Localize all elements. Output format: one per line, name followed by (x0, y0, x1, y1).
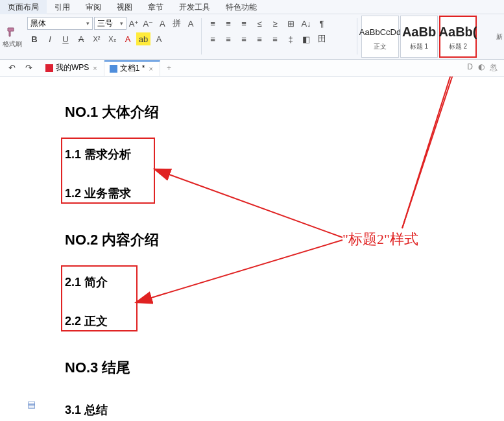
font-name-value: 黑体 (30, 18, 46, 29)
sort-button[interactable]: A↓ (299, 17, 313, 30)
style-label: 标题 1 (410, 42, 428, 51)
decrease-font-button[interactable]: A⁻ (141, 17, 154, 30)
underline-button[interactable]: U (58, 32, 73, 45)
page: NO.1 大体介绍1.1 需求分析1.2 业务需求NO.2 内容介绍2.1 简介… (0, 77, 504, 421)
bold-button[interactable]: B (27, 32, 42, 45)
font-name-combo[interactable]: 黑体 ▾ (27, 17, 93, 30)
menu-page-layout[interactable]: 页面布局 (0, 0, 47, 14)
tab-label: 我的WPS (56, 62, 89, 73)
menu-chapter[interactable]: 章节 (140, 0, 171, 14)
styles-gallery: AaBbCcDd 正文 AaBb 标题 1 AaBb( 标题 2 (359, 14, 495, 59)
doc-line-3[interactable]: NO.2 内容介绍 (65, 230, 159, 250)
font-size-combo[interactable]: 三号 ▾ (94, 17, 126, 30)
separator (357, 18, 357, 54)
svg-line-3 (402, 77, 459, 228)
menu-references[interactable]: 引用 (47, 0, 78, 14)
decrease-indent-button[interactable]: ≤ (252, 17, 267, 30)
style-sample: AaBb( (439, 23, 477, 42)
font-size-value: 三号 (97, 18, 113, 29)
style-label: 标题 2 (449, 42, 467, 51)
tail-bulb-icon[interactable]: ◐ (478, 62, 485, 73)
svg-line-2 (149, 240, 342, 298)
format-painter-icon (5, 25, 19, 40)
doc-line-0[interactable]: NO.1 大体介绍 (65, 102, 159, 122)
annotation-box-1 (61, 265, 138, 331)
annotation-box-0 (61, 138, 155, 204)
format-painter-label: 格式刷 (3, 40, 22, 49)
justify-button[interactable]: ≡ (252, 32, 267, 45)
annotation-text: "标题2"样式 (342, 230, 418, 249)
shading-button[interactable]: ◧ (299, 32, 313, 45)
increase-indent-button[interactable]: ≥ (268, 17, 282, 30)
distribute-button[interactable]: ≡ (268, 32, 282, 45)
style-sample: AaBb (402, 23, 436, 42)
document-tabstrip: ↶ ↷ 我的WPS × 文档1 * × + D ◐ 忽 (0, 60, 504, 77)
char-shading-button[interactable]: A (152, 32, 166, 45)
style-sample: AaBbCcDd (359, 23, 401, 42)
font-group: 黑体 ▾ 三号 ▾ A⁺ A⁻ A 拼 A B I U A X² X₂ A ab… (25, 14, 200, 59)
wps-icon (45, 64, 53, 72)
format-painter-group[interactable]: 格式刷 (0, 14, 25, 59)
line-spacing-button[interactable]: ‡ (283, 32, 298, 45)
char-border-button[interactable]: A (184, 17, 197, 30)
align-left-button[interactable]: ≡ (206, 32, 220, 45)
superscript-button[interactable]: X² (90, 32, 104, 45)
menu-special[interactable]: 特色功能 (218, 0, 265, 14)
tab-label: 文档1 * (120, 63, 145, 74)
highlight-button[interactable]: ab (136, 32, 150, 45)
style-heading2[interactable]: AaBb( 标题 2 (439, 16, 477, 58)
increase-font-button[interactable]: A⁺ (128, 17, 141, 30)
doc-line-6[interactable]: NO.3 结尾 (65, 358, 130, 378)
strikethrough-button[interactable]: A (74, 32, 88, 45)
svg-line-0 (402, 77, 462, 228)
ribbon: 格式刷 黑体 ▾ 三号 ▾ A⁺ A⁻ A 拼 A B I U A X² X₂ … (0, 14, 504, 60)
align-right-button[interactable]: ≡ (237, 32, 251, 45)
italic-button[interactable]: I (43, 32, 57, 45)
undo-button[interactable]: ↶ (5, 62, 18, 75)
phonetic-guide-button[interactable]: 拼 (170, 17, 183, 30)
paragraph-group: ≡ ≡ ≡ ≤ ≥ ⊞ A↓ ¶ ≡ ≡ ≡ ≡ ≡ ‡ ◧ 田 (203, 14, 355, 59)
font-color-button[interactable]: A (121, 32, 135, 45)
new-tab-button[interactable]: + (160, 64, 178, 73)
redo-button[interactable]: ↷ (22, 62, 35, 75)
clear-format-button[interactable]: A (156, 17, 169, 30)
tab-document1[interactable]: 文档1 * × (104, 60, 160, 76)
tail-d-button[interactable]: D (467, 62, 473, 73)
doc-line-7[interactable]: 3.1 总结 (65, 402, 108, 418)
borders-button[interactable]: 田 (315, 32, 329, 45)
menu-bar: 页面布局 引用 审阅 视图 章节 开发工具 特色功能 (0, 0, 504, 14)
style-normal[interactable]: AaBbCcDd 正文 (361, 16, 399, 58)
separator (201, 18, 202, 54)
tabs-button[interactable]: ⊞ (283, 17, 298, 30)
side-page-icon[interactable]: ▤ (27, 399, 38, 409)
menu-review[interactable]: 审阅 (78, 0, 109, 14)
chevron-down-icon: ▾ (86, 20, 90, 27)
close-icon[interactable]: × (91, 64, 98, 72)
styles-more[interactable]: 新 (495, 14, 504, 59)
numbering-button[interactable]: ≡ (221, 17, 235, 30)
bullets-button[interactable]: ≡ (206, 17, 220, 30)
style-label: 正文 (374, 42, 387, 51)
chevron-down-icon: ▾ (120, 20, 123, 27)
subscript-button[interactable]: X₂ (105, 32, 119, 45)
multilevel-list-button[interactable]: ≡ (237, 17, 251, 30)
align-center-button[interactable]: ≡ (221, 32, 235, 45)
svg-line-1 (167, 174, 342, 237)
show-marks-button[interactable]: ¶ (315, 17, 329, 30)
style-heading1[interactable]: AaBb 标题 1 (400, 16, 438, 58)
close-icon[interactable]: × (147, 65, 154, 73)
doc-icon (110, 65, 117, 73)
menu-dev-tools[interactable]: 开发工具 (171, 0, 218, 14)
tail-suggest-button[interactable]: 忽 (490, 62, 498, 73)
menu-view[interactable]: 视图 (109, 0, 140, 14)
document-canvas[interactable]: NO.1 大体介绍1.1 需求分析1.2 业务需求NO.2 内容介绍2.1 简介… (0, 77, 504, 421)
tab-my-wps[interactable]: 我的WPS × (40, 60, 104, 76)
